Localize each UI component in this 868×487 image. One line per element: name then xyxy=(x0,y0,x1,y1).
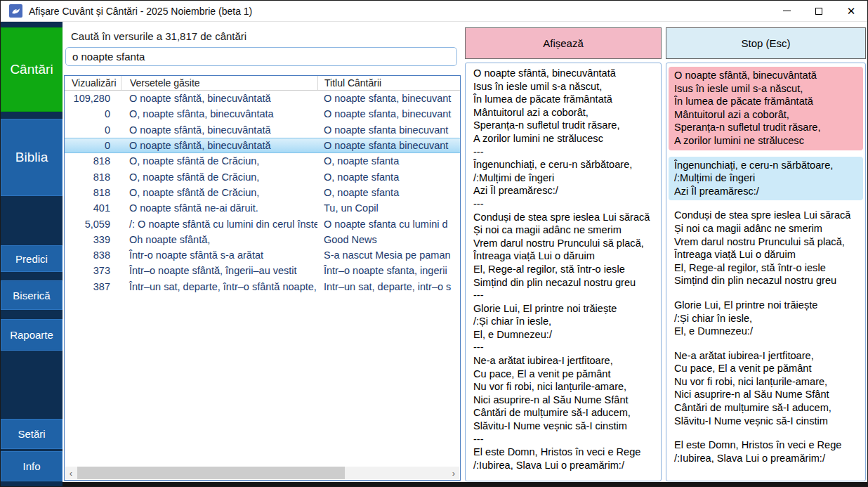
lyric-line: El este Domn, Hristos în veci e Rege xyxy=(674,439,859,452)
lyric-line: Și noi ca magii adânc ne smerim xyxy=(674,222,859,235)
results-rows: 109,280O noapte sfântă, binecuvântatăO n… xyxy=(65,91,460,294)
title-cell: O noapte sfanta, binecuvant xyxy=(317,108,460,119)
sidebar-item-setari[interactable]: Setări xyxy=(1,419,63,449)
lyric-line[interactable]: --- xyxy=(473,197,658,211)
sidebar-item-cantari[interactable]: Cântări xyxy=(1,27,63,112)
window-controls: ✕ xyxy=(770,1,867,21)
lyric-line: A zorilor lumini ne strălucesc xyxy=(674,134,859,148)
table-row[interactable]: 0O noapte sfântă, binecuvântatăO noapte … xyxy=(65,122,460,138)
title-cell: O, noapte sfanta xyxy=(317,187,460,198)
lyric-line[interactable]: Întreaga viață Lui o dăruim xyxy=(473,249,658,263)
column-header-verse[interactable]: Versetele găsite xyxy=(121,76,317,90)
search-input[interactable] xyxy=(65,47,457,66)
lyric-line[interactable]: Nici asuprire-n al Său Nume Sfânt xyxy=(473,394,658,407)
lyric-line[interactable]: Cu pace, El a venit pe pământ xyxy=(473,368,658,381)
title-cell: O noapte sfanta cu lumini d xyxy=(317,219,460,230)
lyric-line[interactable]: Speranța-n sufletul trudit răsare, xyxy=(473,119,658,132)
lyric-line[interactable]: Mântuitorul azi a coborât, xyxy=(473,106,658,119)
display-button[interactable]: Afișează xyxy=(465,27,662,59)
table-row[interactable]: 838Într-o noapte sfântă s-a arătatS-a na… xyxy=(65,247,460,263)
maximize-button[interactable] xyxy=(803,1,835,21)
title-cell: O noapte sfanta binecuvant xyxy=(317,140,460,151)
lyric-line[interactable]: --- xyxy=(473,433,658,446)
lyric-line[interactable]: Vrem darul nostru Pruncului să placă, xyxy=(473,237,658,250)
views-cell: 0 xyxy=(65,108,121,119)
table-row[interactable]: 0O noapte sfântă, binecuvântatăO noapte … xyxy=(65,138,460,153)
sidebar-item-predici[interactable]: Predici xyxy=(1,245,63,272)
live-verse-highlighted-pink: O noapte sfântă, binecuvântatăIsus în ie… xyxy=(669,67,863,150)
lyric-line: /:Mulțimi de îngeri xyxy=(674,171,859,185)
sidebar-item-biblia[interactable]: Biblia xyxy=(1,119,63,196)
lyric-line: Cântări de mulțumire să-I aducem, xyxy=(674,401,859,415)
views-cell: 109,280 xyxy=(65,93,121,104)
window-bottom-edge xyxy=(63,482,868,487)
column-header-views[interactable]: Vizualizări xyxy=(65,76,121,90)
lyric-line[interactable]: /:Iubirea, Slava Lui o preamărim:/ xyxy=(473,459,658,472)
lyric-line[interactable]: Slăvitu-I Nume veșnic să-I cinstim xyxy=(473,420,658,433)
minimize-button[interactable] xyxy=(770,1,803,21)
lyric-line[interactable]: /:Și chiar în iesle, xyxy=(473,315,658,328)
lyric-line[interactable]: Îngenunchiați, e ceru-n sărbătoare, xyxy=(473,158,658,171)
lyric-line[interactable]: Conduși de stea spre ieslea Lui săracă xyxy=(473,211,658,224)
table-row[interactable]: 5,059/: O noapte sfântă cu lumini din ce… xyxy=(65,216,460,231)
table-row[interactable]: 387Într–un sat, departe, într–o sfântă n… xyxy=(65,279,460,294)
main-body: Cântări Biblia Predici Biserică Rapoarte… xyxy=(1,22,868,487)
table-row[interactable]: 109,280O noapte sfântă, binecuvântatăO n… xyxy=(65,91,460,106)
lyric-line: /:Și chiar în iesle, xyxy=(674,312,859,325)
table-row[interactable]: 818O, noapte sfântă de Crăciun,O, noapte… xyxy=(65,153,460,169)
scroll-left-icon[interactable]: ‹ xyxy=(65,467,77,479)
lyric-line[interactable]: Glorie Lui, El printre noi trăiește xyxy=(473,302,658,316)
lyric-line: Simțind din plin necazul nostru greu xyxy=(674,274,859,287)
results-header: Vizualizări Versetele găsite Titlul Cânt… xyxy=(65,76,460,91)
views-cell: 818 xyxy=(65,155,121,167)
table-row[interactable]: 373Într–o noapte sfântă, îngerii–au vest… xyxy=(65,263,460,278)
table-row[interactable]: 818O, noapte sfântă de Crăciun,O, noapte… xyxy=(65,185,460,200)
close-button[interactable]: ✕ xyxy=(835,1,867,21)
sidebar-item-biserica[interactable]: Biserică xyxy=(1,280,63,310)
lyric-line[interactable]: Și noi ca magii adânc ne smerim xyxy=(473,223,658,237)
verse-cell: O, noapte sfânta, binecuvântata xyxy=(121,108,317,119)
sidebar-item-rapoarte[interactable]: Rapoarte xyxy=(1,319,63,351)
verse-cell: Într-o noapte sfântă s-a arătat xyxy=(121,249,317,261)
lyric-line[interactable]: Ne-a arătat iubirea-I jertfitoare, xyxy=(473,354,658,368)
lyric-line[interactable]: Nu vor fi robi, nici lanțurile-amare, xyxy=(473,380,658,394)
app-dove-icon xyxy=(9,4,22,18)
column-header-title[interactable]: Titlul Cântării xyxy=(317,76,460,90)
table-row[interactable]: 339Oh noapte sfântă,Good News xyxy=(65,232,460,247)
lyric-line[interactable]: --- xyxy=(473,341,658,354)
table-row[interactable]: 818O, noapte sfântă de Crăciun,O, noapte… xyxy=(65,169,460,184)
lyric-line[interactable]: A zorilor lumini ne strălucesc xyxy=(473,132,658,145)
views-cell: 387 xyxy=(65,281,121,292)
lyric-line[interactable]: El este Domn, Hristos în veci e Rege xyxy=(473,446,658,459)
scrollbar-thumb[interactable] xyxy=(77,467,345,479)
horizontal-scrollbar[interactable]: ‹ › xyxy=(65,467,459,479)
lyric-line[interactable]: Cântări de mulțumire să-I aducem, xyxy=(473,406,658,420)
views-cell: 838 xyxy=(65,249,121,261)
table-row[interactable]: 401O noapte sfântă ne-ai dăruit.Tu, un C… xyxy=(65,200,460,216)
lyric-line[interactable]: El, Rege-al regilor, stă într-o iesle xyxy=(473,263,658,276)
title-cell: Intr–un sat, departe, intr–o s xyxy=(317,281,460,292)
lyric-line[interactable]: /:Mulțimi de îngeri xyxy=(473,171,658,185)
lyric-line[interactable]: Simțind din plin necazul nostru greu xyxy=(473,276,658,290)
table-row[interactable]: 0O, noapte sfânta, binecuvântataO noapte… xyxy=(65,106,460,122)
lyric-line[interactable]: El, e Dumnezeu:/ xyxy=(473,328,658,342)
sidebar-item-info[interactable]: Info xyxy=(1,451,63,481)
lyric-line[interactable]: În lumea de păcate frământată xyxy=(473,93,658,106)
lyric-line: Azi Îl preamăresc:/ xyxy=(674,185,859,198)
verse-cell: Oh noapte sfântă, xyxy=(121,234,317,245)
title-cell: Good News xyxy=(317,234,460,245)
results-table: Vizualizări Versetele găsite Titlul Cânt… xyxy=(64,75,461,481)
stop-button[interactable]: Stop (Esc) xyxy=(666,27,866,59)
lyric-line[interactable]: Isus în iesle umil s-a născut, xyxy=(473,80,658,93)
verse-cell: Într–o noapte sfântă, îngerii–au vestit xyxy=(121,265,317,276)
verse-cell: O noapte sfântă, binecuvântată xyxy=(121,140,317,151)
lyric-line[interactable]: O noapte sfântă, binecuvântată xyxy=(473,67,658,80)
lyric-line[interactable]: --- xyxy=(473,289,658,302)
lyric-line[interactable]: --- xyxy=(473,145,658,159)
verse-cell: O, noapte sfântă de Crăciun, xyxy=(121,171,317,183)
lyric-line: Conduși de stea spre ieslea Lui săracă xyxy=(674,209,859,222)
views-cell: 0 xyxy=(65,124,121,136)
scroll-right-icon[interactable]: › xyxy=(448,467,459,479)
lyric-line[interactable]: Azi Îl preamăresc:/ xyxy=(473,184,658,197)
verse-cell: O noapte sfântă ne-ai dăruit. xyxy=(121,202,317,214)
